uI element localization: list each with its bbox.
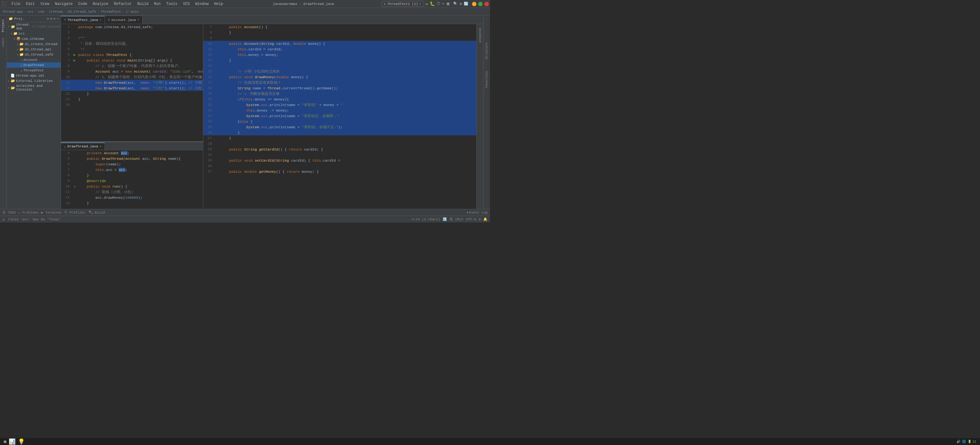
line-content: public void setCardId(String cardId) { t… [220,158,476,163]
learn-tab[interactable]: Learn [1,35,6,49]
menu-navigate[interactable]: Navigate [52,1,75,7]
database-tab[interactable]: Database [477,25,482,45]
status-bar: ⚠ Field 'acc' may be 'final' 4:24 (3 cha… [0,216,490,223]
menu-help[interactable]: Help [212,1,226,7]
line-number: 7 [61,168,72,171]
line-content: */ [77,47,203,51]
code-line-highlighted: 25 System.out.println(name + "来取钱: 余额不足~… [203,124,476,130]
search-button[interactable]: 🔍 [453,2,458,6]
line-content: this.acc = acc; [77,168,203,172]
minimize-button[interactable] [472,2,476,6]
sidebar-expand-icon[interactable]: ⊞ [50,17,52,21]
editor-account[interactable]: 7 public Account() { 8 } 9 [203,24,476,209]
terminal-tab[interactable]: ▶ Terminal [41,211,62,214]
stop-button[interactable]: ⏹ [446,2,450,6]
breadcrumb-sep4: › [64,10,67,14]
java-file-icon: A [108,18,110,22]
line-number: 2 [61,31,72,34]
sidebar-item-external-libs[interactable]: ▸ 📂 External Libraries [7,78,60,84]
tab-account[interactable]: A Account.java × [105,16,143,24]
line-number: 13 [203,59,215,62]
code-line: 1 package com.itheima.d3_thread_safe; [61,24,203,30]
encoding-icon[interactable]: 🔡 [443,217,447,221]
editor-threadtest[interactable]: 1 package com.itheima.d3_thread_safe; 2 … [61,24,203,141]
sidebar-item-account[interactable]: ☕ Account [7,57,60,62]
menu-edit[interactable]: Edit [24,1,37,7]
line-content: public Account(String cardId, double mon… [220,42,476,46]
iml-icon: 📄 [11,74,15,78]
line-content: } [220,136,476,140]
sidebar-item-drawthread[interactable]: ☕ DrawThread [7,62,60,68]
breadcrumb-main[interactable]: ⬡ main [126,10,139,14]
favorites-tab[interactable]: Favorites [484,69,489,90]
sidebar-item-iml[interactable]: 📄 thread-app.iml [7,73,60,78]
run-button[interactable]: ▶ [426,1,428,6]
build-tab[interactable]: 🔨 Build [89,211,105,214]
sidebar-settings-icon[interactable]: ⚙ [47,17,49,21]
maximize-button[interactable] [478,2,482,6]
sidebar-item-threadtest[interactable]: ☕ ThreadTest [7,68,60,73]
menu-window[interactable]: Window [193,1,211,7]
sidebar-item-scratches[interactable]: ▸ 📂 Scratches and Consoles [7,84,60,92]
menu-refactor[interactable]: Refactor [111,1,134,7]
menu-code[interactable]: Code [76,1,90,7]
menu-view[interactable]: View [38,1,52,7]
line-number: 21 [203,103,215,107]
event-log-tab[interactable]: Event Log [469,211,487,214]
sidebar-item-d3[interactable]: ▾ 📁 d3_thread_safe [7,52,60,57]
line-number: 19 [203,92,215,95]
settings-icon[interactable]: ⚙ [479,217,481,221]
breadcrumb-itheima[interactable]: itheima [49,10,63,14]
breadcrumb-d3[interactable]: d3_thread_safe [67,10,96,14]
notifications-icon[interactable]: 🔔 [483,217,487,221]
sidebar-item-d2[interactable]: ▸ 📂 d2_thread_api [7,47,60,52]
folder-icon: 📂 [19,42,24,46]
run-gutter-icon[interactable]: ▶ [73,58,75,63]
menu-vcs[interactable]: VCS [181,1,192,7]
tab-threadtest[interactable]: T ThreadTest.java × [61,16,105,24]
run-config-dropdown[interactable]: ▶ ThreadTest2 (1) ▾ [382,1,424,7]
menu-analyze[interactable]: Analyze [90,1,111,7]
breadcrumb-src[interactable]: src [27,10,34,14]
line-content: // 1、判断余额是否足够 [220,92,476,96]
structure-tab[interactable]: Structure [484,40,489,62]
sidebar-close-icon[interactable]: × [57,17,59,21]
line-number: 11 [61,190,72,194]
todo-tab[interactable]: ☰ TODO [3,211,16,214]
menu-tools[interactable]: Tools [164,1,180,7]
tree-item-label: Scratches and Consoles [16,84,59,92]
code-line: 8 } [61,173,203,178]
breadcrumb-threadtest[interactable]: ThreadTest [100,10,121,14]
profile-button[interactable]: ⏱ [436,2,441,6]
profiler-tab[interactable]: ⏱ Profiler [64,211,86,214]
breadcrumb-com[interactable]: com [38,10,44,14]
sidebar-item-src[interactable]: ▾ 📁 src [7,31,60,36]
run-gutter-icon[interactable]: ▶ [73,52,75,57]
menu-file[interactable]: File [9,1,23,7]
update-icon[interactable]: 🔄 [464,2,468,6]
menu-run[interactable]: Run [151,1,163,7]
menu-build[interactable]: Build [135,1,151,7]
close-button[interactable] [484,2,489,6]
breadcrumb-project[interactable]: thread-app [3,10,23,14]
sidebar-item-d1[interactable]: ▸ 📂 d1_create_thread [7,41,60,47]
line-number: 6 [61,53,72,57]
tab-drawthread[interactable]: ☕ DrawThread.java × [61,143,105,150]
line-content: if(this.money >= money){ [220,97,476,101]
editor-drawthread[interactable]: 4 private Account acc; 5 public DrawThre… [61,150,203,209]
sidebar-item-com-itheima[interactable]: ▾ 📦 com.itheima [7,36,60,41]
sidebar-collapse-icon[interactable]: ⊟ [54,17,56,21]
debug-button[interactable]: 🐛 [430,1,435,6]
tab-close-icon[interactable]: × [100,19,102,22]
run-config-icon: ▶ [384,2,387,6]
line-number: 29 [203,147,215,151]
project-tab[interactable]: Project [1,17,6,35]
coverage-button[interactable]: ☂ [442,1,444,6]
tab-close-icon[interactable]: × [100,145,102,148]
code-line-highlighted: 19 // 1、判断余额是否足够 [203,91,476,97]
problems-tab[interactable]: ⚠ Problems [18,211,39,214]
line-gutter: ⚠ [72,184,77,188]
sidebar-item-thread-app[interactable]: ▾ 📁 thread-app D:\code\javasepr... [7,22,60,31]
settings-icon[interactable]: ⚙ [460,2,462,6]
tab-close-icon[interactable]: × [137,18,139,22]
